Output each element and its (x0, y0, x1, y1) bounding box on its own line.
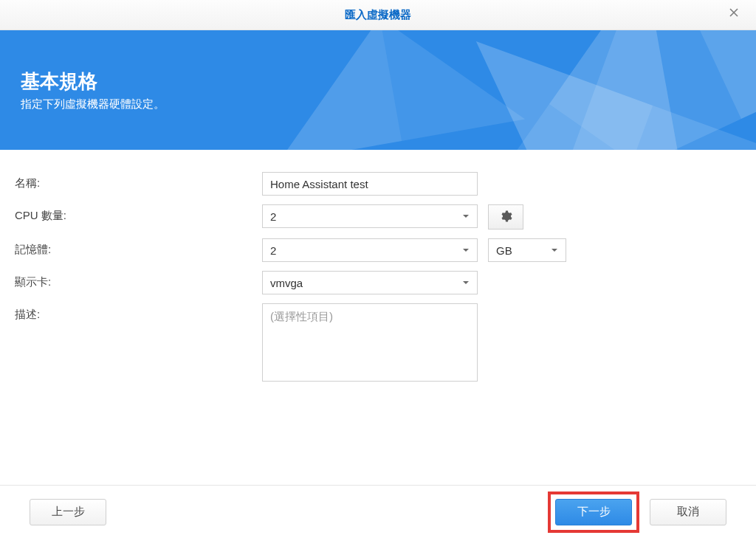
gear-icon (499, 210, 512, 225)
gpu-label: 顯示卡: (15, 271, 262, 289)
banner: 基本規格 指定下列虛擬機器硬體設定。 (0, 30, 756, 150)
close-button[interactable] (719, 0, 749, 30)
chevron-down-icon (461, 277, 471, 288)
cpu-label: CPU 數量: (15, 204, 262, 223)
gpu-select-value: vmvga (270, 277, 303, 289)
memory-select-value: 2 (270, 244, 276, 257)
cpu-select[interactable]: 2 (262, 204, 478, 228)
next-button-highlight: 下一步 (548, 492, 639, 533)
dialog-footer: 上一步 下一步 取消 (0, 485, 756, 538)
memory-unit-select[interactable]: GB (488, 238, 566, 262)
description-label: 描述: (15, 303, 262, 322)
memory-unit-value: GB (496, 244, 512, 257)
banner-heading: 基本規格 (21, 69, 756, 94)
gpu-select[interactable]: vmvga (262, 271, 478, 294)
next-button[interactable]: 下一步 (555, 499, 632, 525)
back-button[interactable]: 上一步 (30, 499, 106, 525)
chevron-down-icon (461, 211, 471, 221)
form-area: 名稱: CPU 數量: 2 (0, 150, 756, 382)
description-textarea[interactable] (262, 303, 478, 382)
banner-subheading: 指定下列虛擬機器硬體設定。 (21, 97, 756, 111)
cpu-select-value: 2 (270, 210, 276, 223)
cpu-settings-button[interactable] (488, 204, 523, 230)
memory-label: 記憶體: (15, 238, 262, 257)
dialog-titlebar: 匯入虛擬機器 (0, 0, 756, 30)
dialog-title: 匯入虛擬機器 (345, 8, 411, 21)
chevron-down-icon (461, 245, 471, 255)
close-icon (728, 0, 740, 30)
name-input[interactable] (262, 172, 478, 196)
cancel-button[interactable]: 取消 (650, 499, 726, 525)
import-vm-dialog: 匯入虛擬機器 基本規格 指定下列虛擬機器硬體設定。 名稱: CPU 數量: (0, 0, 756, 538)
chevron-down-icon (549, 245, 560, 255)
name-label: 名稱: (15, 172, 262, 190)
memory-select[interactable]: 2 (262, 238, 478, 262)
